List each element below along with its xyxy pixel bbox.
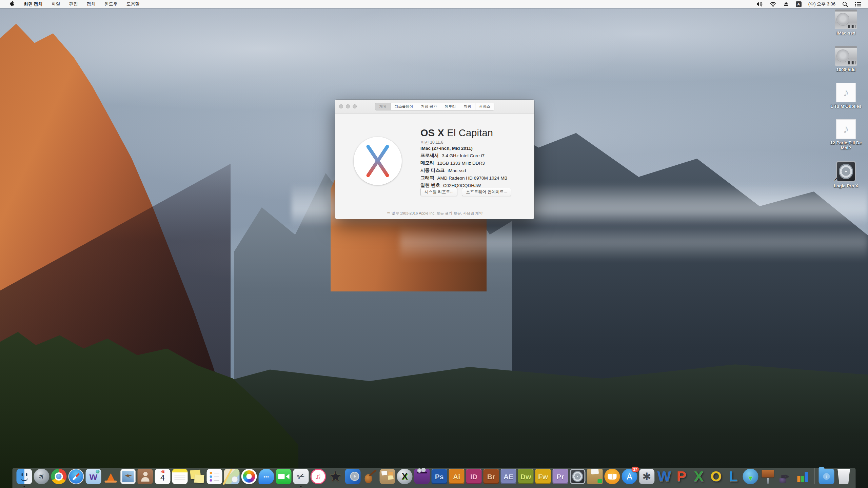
dock-itunes[interactable]: ♫ [311,469,326,484]
software-update-button[interactable]: 소프트웨어 업데이트... [462,188,511,196]
desktop-icon-1000-hdd[interactable]: 1000-hdd [826,46,866,73]
dock-dreamweaver[interactable]: Dw [518,469,534,484]
menu-clock[interactable]: (수) 오후 3:36 [805,0,839,8]
desktop-icon-audio-1-tu-m-oublies[interactable]: ♪1 Tu M'Oublies [826,83,866,109]
dock-photoshop[interactable]: Ps [432,469,447,484]
dock-reminders[interactable] [207,469,222,484]
tab-displays[interactable]: 디스플레이 [390,103,417,110]
dock-photos[interactable] [241,469,257,484]
dock-messages[interactable]: ••• [259,469,274,484]
window-titlebar[interactable]: 개요디스플레이저장 공간메모리지원서비스 [335,100,534,114]
notification-center-icon[interactable] [851,2,865,7]
dock-downloads-folder[interactable] [819,469,834,484]
system-report-button[interactable]: 시스템 리포트... [420,188,457,196]
dock-imovie[interactable]: ★ [328,469,343,484]
dock-dvd-player[interactable] [345,469,361,484]
menu-window[interactable]: 윈도우 [100,0,122,8]
dock-mail[interactable] [120,469,136,484]
dock-notes[interactable] [172,469,188,484]
dock-garageband[interactable] [362,469,378,484]
dock-fireworks[interactable]: Fw [535,469,551,484]
dock-grab-screen-capture[interactable]: ✂ [293,469,309,484]
desktop-icon-audio-12-parle-t-il-de-moi[interactable]: ♪12 Parle-T-Il De Moi? [826,119,866,151]
safari-icon [68,469,84,484]
menu-edit[interactable]: 편집 [65,0,82,8]
menu-file[interactable]: 파일 [47,0,65,8]
imovie-icon: ★ [328,469,343,484]
dock-app-store[interactable]: A27 [622,469,637,484]
dock-keynote[interactable] [760,469,776,484]
zoom-button[interactable] [353,104,357,108]
dock-finder[interactable] [17,469,32,484]
notes-icon [172,469,188,484]
dock-maps[interactable] [224,469,240,484]
grab-screen-capture-icon: ✂ [293,469,309,484]
menu-app-name[interactable]: 화면 캡처 [19,0,47,8]
minimize-button[interactable] [346,104,350,108]
audio-icon: ♪ [836,83,856,102]
hardware-specs: iMac (27-inch, Mid 2011)프로세서3.4 GHz Inte… [420,144,508,189]
eject-icon[interactable] [780,2,792,6]
dock-stickies[interactable] [190,469,205,484]
dock-x-media-app[interactable]: X [397,469,413,484]
dock-ibooks[interactable] [605,469,620,484]
dock-vlc[interactable]: ▲ [103,469,119,484]
desktop-icon-imac-ssd[interactable]: iMac-ssd [826,9,866,36]
illustrator-icon: Ai [449,469,465,484]
tab-support[interactable]: 지원 [460,103,475,110]
spec-value: 3.4 GHz Intel Core i7 [442,153,485,158]
itunes-icon: ♫ [311,469,326,484]
dock-system-preferences[interactable]: ✱ [639,469,655,484]
notification-badge: 27 [632,467,639,472]
about-tab-bar: 개요디스플레이저장 공간메모리지원서비스 [375,103,494,110]
dock-wmv-player[interactable]: w [86,469,101,484]
menu-help[interactable]: 도움말 [122,0,144,8]
dock-download-manager[interactable]: ▼ [743,469,758,484]
dock-stuffit-expander[interactable] [587,469,603,484]
dock-logic-pro-x[interactable] [570,469,586,484]
dock-contacts[interactable] [138,469,153,484]
dock-premiere[interactable]: Pr [553,469,568,484]
volume-icon[interactable] [753,1,766,7]
input-source-menu[interactable]: A [792,1,805,7]
dock-excel[interactable]: X [691,469,707,484]
dock-facetime[interactable] [276,469,292,484]
dock-indesign[interactable]: ID [466,469,482,484]
wifi-icon[interactable] [766,2,780,7]
tab-overview[interactable]: 개요 [375,103,391,110]
menu-capture[interactable]: 캡처 [82,0,100,8]
dock-chrome[interactable] [51,469,67,484]
dock-after-effects[interactable]: AE [501,469,516,484]
dock-lync[interactable]: L [726,469,741,484]
apple-menu[interactable] [5,1,19,7]
dock-word[interactable]: W [656,469,672,484]
launchpad-icon: ✈ [34,469,50,484]
tab-storage[interactable]: 저장 공간 [417,103,441,110]
dock-launchpad[interactable]: ✈ [34,469,50,484]
dock-photo-collage-board[interactable] [380,469,395,484]
dock-illustrator[interactable]: Ai [449,469,465,484]
dock-outlook[interactable]: O [708,469,724,484]
spec-label: 메모리 [420,160,434,166]
tab-service[interactable]: 서비스 [475,103,494,110]
spotlight-search-icon[interactable] [839,1,851,7]
dock-trash[interactable] [836,469,852,484]
running-indicator [24,486,25,487]
stickies-icon [190,469,205,484]
tab-memory[interactable]: 메모리 [441,103,460,110]
dock-divider [814,468,815,484]
dock-pages[interactable]: ✒ [777,469,793,484]
dock-numbers[interactable] [795,469,810,484]
fireworks-icon: Fw [535,469,551,484]
logic-pro-x-icon [570,469,586,484]
dock-calendar[interactable]: 43월 [155,469,171,484]
dock-toast-titanium[interactable] [414,469,430,484]
dock-safari[interactable] [68,469,84,484]
downloads-folder-icon [819,469,834,484]
desktop-icon-logic-pro-x-alias[interactable]: ↗Logic Pro X [826,161,866,189]
dock-bridge[interactable]: Br [484,469,499,484]
outlook-icon: O [708,469,724,484]
lync-icon: L [726,469,741,484]
close-button[interactable] [339,104,343,108]
dock-powerpoint[interactable]: P [674,469,689,484]
